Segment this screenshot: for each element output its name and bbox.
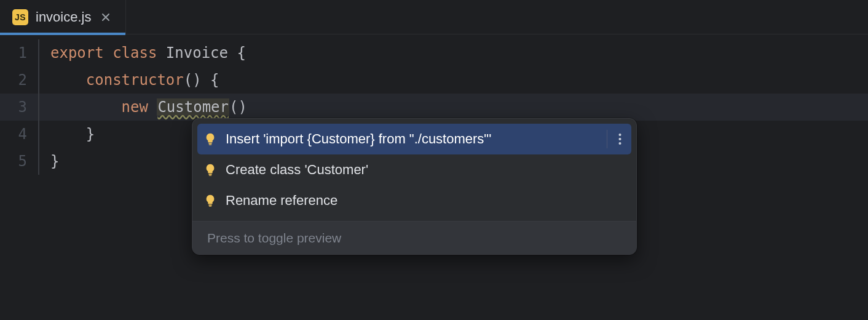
code-line[interactable]: 1export class Invoice { xyxy=(0,39,868,66)
code-content: } xyxy=(39,121,95,148)
intention-item-2[interactable]: Rename reference xyxy=(197,185,631,216)
svg-rect-6 xyxy=(209,175,212,175)
intention-popup: Insert 'import {Customer} from "./custom… xyxy=(192,118,637,255)
code-content: constructor() { xyxy=(39,66,219,94)
tab-title: invoice.js xyxy=(36,9,91,25)
intention-item-1[interactable]: Create class 'Customer' xyxy=(197,154,631,185)
lightbulb-icon xyxy=(203,163,217,177)
code-content: } xyxy=(39,148,59,175)
svg-point-3 xyxy=(619,138,621,140)
code-line[interactable]: 3 new Customer() xyxy=(0,94,868,121)
svg-rect-5 xyxy=(208,174,212,174)
tab-bar: JS invoice.js xyxy=(0,0,868,34)
js-file-icon: JS xyxy=(12,9,28,25)
tab-invoice-js[interactable]: JS invoice.js xyxy=(0,0,126,34)
code-content: export class Invoice { xyxy=(39,39,246,66)
lightbulb-icon xyxy=(203,132,217,146)
close-icon xyxy=(101,13,110,22)
line-number: 5 xyxy=(0,148,38,175)
lightbulb-icon xyxy=(203,194,217,207)
code-content: new Customer() xyxy=(39,94,247,121)
popup-footer-hint: Press to toggle preview xyxy=(192,221,636,254)
intention-item-more-button[interactable] xyxy=(607,130,625,148)
line-number: 1 xyxy=(0,39,38,66)
more-vertical-icon xyxy=(618,133,621,145)
svg-rect-7 xyxy=(208,204,212,205)
intention-item-label: Rename reference xyxy=(226,187,625,214)
close-tab-button[interactable] xyxy=(98,10,113,25)
svg-point-2 xyxy=(619,134,621,136)
code-line[interactable]: 2 constructor() { xyxy=(0,66,868,94)
intention-item-0[interactable]: Insert 'import {Customer} from "./custom… xyxy=(197,124,631,154)
line-number: 3 xyxy=(0,94,38,121)
line-number: 4 xyxy=(0,121,38,148)
svg-rect-1 xyxy=(209,144,212,145)
svg-rect-0 xyxy=(208,143,212,143)
svg-rect-8 xyxy=(209,206,212,206)
line-number: 2 xyxy=(0,66,38,94)
svg-point-4 xyxy=(619,142,621,145)
intention-item-label: Insert 'import {Customer} from "./custom… xyxy=(226,126,598,153)
code-editor[interactable]: 1export class Invoice {2 constructor() {… xyxy=(0,34,868,175)
intention-item-label: Create class 'Customer' xyxy=(226,156,625,183)
intention-list: Insert 'import {Customer} from "./custom… xyxy=(192,119,636,221)
